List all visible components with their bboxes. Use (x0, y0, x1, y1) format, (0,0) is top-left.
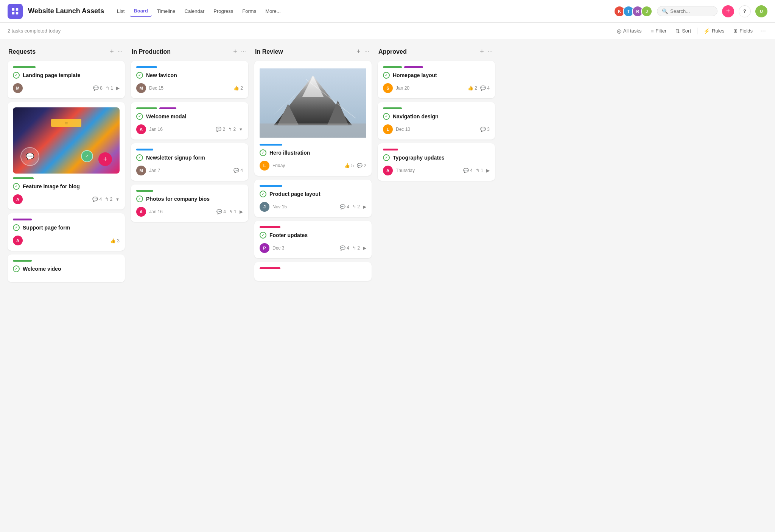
sort-icon: ⇅ (675, 28, 680, 34)
nav-tabs: List Board Timeline Calendar Progress Fo… (113, 6, 285, 17)
comments-count: 💬 4 (340, 204, 349, 209)
all-tasks-btn[interactable]: ◎ All tasks (614, 26, 644, 36)
tab-timeline[interactable]: Timeline (153, 6, 179, 16)
column-in-production-title: In Production (132, 48, 231, 55)
check-icon: ✓ (136, 113, 143, 120)
card-avatar: S (383, 83, 393, 93)
subtask-count: ↰ 1 (229, 209, 237, 214)
comments-count: 💬 2 (357, 163, 366, 168)
card-avatar: M (13, 83, 23, 93)
card-tags (260, 226, 366, 228)
card-footer: L Dec 10 💬 3 (383, 124, 490, 134)
tag-green (13, 177, 34, 179)
comments-count: 💬 4 (233, 168, 243, 173)
help-button[interactable]: ? (739, 5, 751, 17)
card-title-row: ✓ Newsletter signup form (136, 154, 243, 161)
card-colorful-image: ≡ 💬 + ✓ (13, 107, 120, 174)
expand-icon[interactable]: ▶ (240, 209, 243, 214)
svg-rect-9 (260, 124, 366, 138)
rules-btn[interactable]: ⚡ Rules (700, 26, 727, 36)
tag-green (13, 260, 32, 262)
avatar-group: K T R J (614, 6, 652, 17)
column-approved-add[interactable]: + (478, 47, 486, 56)
check-icon: ✓ (13, 265, 20, 272)
search-input[interactable] (670, 8, 713, 14)
add-button[interactable]: + (722, 5, 734, 17)
filter-btn[interactable]: ≡ Filter (647, 26, 669, 36)
avatar-4[interactable]: J (641, 6, 652, 17)
sort-btn[interactable]: ⇅ Sort (672, 26, 694, 36)
card-product-page-layout: ✓ Product page layout J Nov 15 💬 4 ↰ 2 ▶ (254, 180, 372, 217)
fields-btn[interactable]: ⊞ Fields (730, 26, 756, 35)
card-footer: M 💬 8 ↰ 1 ▶ (13, 83, 120, 93)
card-title-row: ✓ Support page form (13, 224, 120, 231)
column-approved-header: Approved + ··· (378, 47, 495, 56)
expand-icon[interactable]: ▶ (116, 85, 120, 91)
card-avatar: L (383, 124, 393, 134)
column-requests-add[interactable]: + (107, 47, 116, 56)
circle-icon: ◎ (617, 28, 621, 34)
card-title: Hero illustration (269, 150, 310, 156)
comments-count: 💬 4 (340, 245, 349, 251)
card-title-row: ✓ Feature image for blog (13, 183, 120, 190)
check-icon: ✓ (136, 72, 143, 79)
card-date: Friday (272, 163, 341, 168)
card-title: Landing page template (23, 72, 80, 78)
subtask-count: ↰ 2 (228, 127, 236, 132)
toolbar-separator-1 (697, 28, 697, 34)
column-requests: Requests + ··· ✓ Landing page template M… (8, 47, 125, 286)
card-title: Support page form (23, 225, 70, 231)
column-in-production-more[interactable]: ··· (240, 48, 247, 56)
expand-icon[interactable]: ▶ (363, 245, 366, 251)
comments-count: 💬 2 (216, 127, 225, 132)
tab-more[interactable]: More... (261, 6, 284, 16)
card-title: Photos for company bios (146, 196, 210, 202)
card-typography-updates: ✓ Typography updates A Thursday 💬 4 ↰ 1 … (378, 143, 495, 181)
toolbar-more-btn[interactable]: ··· (759, 27, 767, 35)
toolbar-right: ◎ All tasks ≡ Filter ⇅ Sort ⚡ Rules ⊞ Fi… (614, 26, 767, 36)
expand-icon[interactable]: ▶ (486, 168, 490, 173)
tag-purple (159, 107, 176, 109)
app-title: Website Launch Assets (28, 7, 104, 15)
card-footer: A 👍 3 (13, 236, 120, 245)
tab-progress[interactable]: Progress (210, 6, 237, 16)
card-title-row: ✓ Hero illustration (260, 149, 366, 156)
comments-count: 💬 3 (480, 127, 490, 132)
tag-green (136, 107, 157, 109)
column-in-production-header: In Production + ··· (131, 47, 248, 56)
fields-label: Fields (739, 28, 753, 34)
subtask-count: ↰ 2 (105, 197, 112, 202)
tab-forms[interactable]: Forms (238, 6, 260, 16)
subtask-count: ↰ 2 (352, 245, 360, 251)
dropdown-icon[interactable]: ▼ (115, 197, 120, 202)
tag-purple (13, 219, 32, 220)
card-tags (383, 149, 490, 150)
card-date: Thursday (396, 168, 460, 173)
column-in-review-add[interactable]: + (354, 47, 363, 56)
user-avatar[interactable]: U (755, 5, 767, 17)
card-title: Feature image for blog (23, 183, 80, 189)
column-requests-title: Requests (8, 48, 107, 55)
card-title-row: ✓ Navigation design (383, 113, 490, 120)
search-bar[interactable]: 🔍 (657, 6, 717, 16)
tag-green (383, 107, 402, 109)
card-date: Dec 15 (149, 85, 230, 91)
tag-green (13, 66, 36, 68)
tag-pink (260, 267, 280, 269)
column-in-review: In Review + ··· (254, 47, 372, 285)
column-requests-more[interactable]: ··· (116, 48, 124, 56)
search-icon: 🔍 (662, 8, 668, 14)
dropdown-icon[interactable]: ▼ (239, 127, 243, 132)
column-in-production-add[interactable]: + (231, 47, 240, 56)
tab-list[interactable]: List (113, 6, 128, 16)
tab-calendar[interactable]: Calendar (181, 6, 209, 16)
card-welcome-modal: ✓ Welcome modal A Jan 16 💬 2 ↰ 2 ▼ (131, 102, 248, 140)
check-icon: ✓ (13, 183, 20, 190)
expand-icon[interactable]: ▶ (363, 204, 366, 209)
card-title: Footer updates (269, 232, 308, 238)
tab-board[interactable]: Board (130, 6, 152, 17)
column-approved-more[interactable]: ··· (486, 48, 494, 56)
column-in-review-more[interactable]: ··· (363, 48, 371, 56)
tag-blue (136, 66, 157, 68)
card-tags (136, 149, 243, 150)
